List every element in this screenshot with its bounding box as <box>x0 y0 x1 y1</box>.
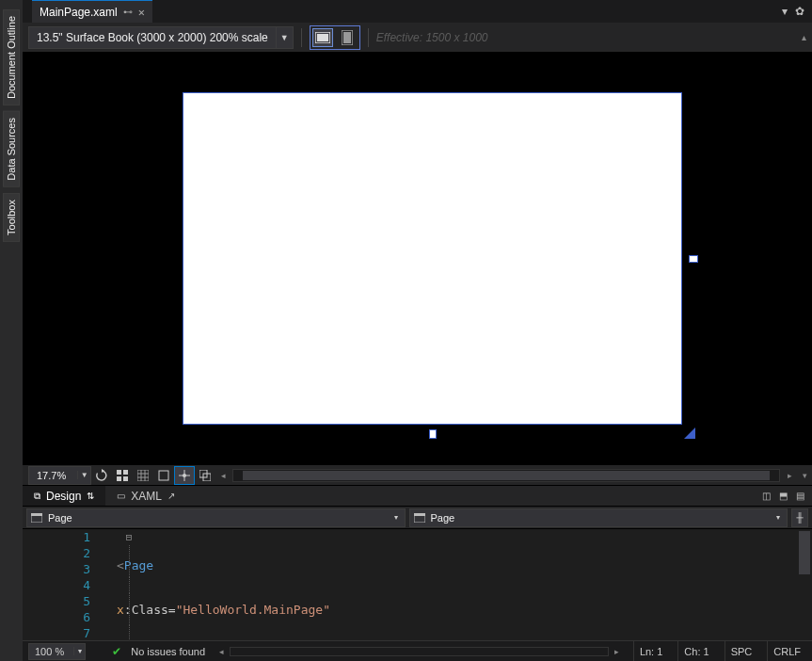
page-icon <box>412 511 427 524</box>
svg-rect-8 <box>137 470 149 481</box>
pin-icon[interactable]: ⊷ <box>123 7 133 17</box>
svg-rect-6 <box>117 476 121 481</box>
toolbox-tab[interactable]: Toolbox <box>3 193 20 242</box>
close-icon[interactable]: ✕ <box>138 6 145 19</box>
svg-rect-22 <box>414 513 425 516</box>
svg-rect-13 <box>159 471 168 480</box>
editor-vertical-scrollbar[interactable] <box>797 529 812 640</box>
code-content[interactable]: <Page x:Class="HelloWorld.MainPage" xmln… <box>117 529 812 640</box>
file-tab-strip: MainPage.xaml ⊷ ✕ ▾ ✿ <box>23 0 812 23</box>
design-pane-tab[interactable]: ⧉ Design ⇅ <box>23 486 105 506</box>
crumb-right-text: Page <box>427 512 772 524</box>
data-sources-tab[interactable]: Data Sources <box>3 111 20 187</box>
window-dropdown-icon[interactable]: ▾ <box>782 5 788 18</box>
designer-toolbar: 13.5" Surface Book (3000 x 2000) 200% sc… <box>23 23 812 53</box>
scroll-down-icon[interactable]: ▾ <box>797 471 812 480</box>
scrollbar-thumb[interactable] <box>243 471 770 480</box>
editor-horizontal-scrollbar[interactable]: ◂ ▸ <box>215 646 624 657</box>
scroll-left-icon[interactable]: ◂ <box>215 647 228 656</box>
horizontal-split-icon[interactable]: ⬒ <box>774 488 791 505</box>
fold-column: ⊟ <box>122 529 135 640</box>
device-dropdown[interactable]: 13.5" Surface Book (3000 x 2000) 200% sc… <box>28 26 294 49</box>
snap-grid-icon[interactable] <box>133 466 153 485</box>
scroll-up-icon[interactable]: ▴ <box>802 32 806 42</box>
refresh-icon[interactable] <box>91 466 112 485</box>
crumb-left-text: Page <box>44 512 390 524</box>
editor-zoom-dropdown[interactable]: 100 % ▾ <box>28 643 86 660</box>
artboard-toggle-icon[interactable] <box>195 466 215 485</box>
resize-handle-southeast[interactable] <box>684 427 695 439</box>
design-label: Design <box>46 490 81 503</box>
column-indicator[interactable]: Ch: 1 <box>677 641 714 661</box>
line-number: 4 <box>23 577 90 593</box>
scrollbar-track[interactable] <box>230 647 609 656</box>
line-number: 1 <box>23 529 90 545</box>
svg-rect-5 <box>123 470 128 475</box>
snap-lines-icon[interactable] <box>174 466 195 485</box>
designer-splitter-bar: ⧉ Design ⇅ ▭ XAML ↗ ◫ ⬒ ▤ <box>23 485 812 507</box>
scroll-left-icon[interactable]: ◂ <box>215 471 231 480</box>
chevron-down-icon[interactable]: ▼ <box>77 471 90 479</box>
editor-zoom-value: 100 % <box>29 646 73 657</box>
effective-resolution-label: Effective: 1500 x 1000 <box>376 31 488 44</box>
issues-label[interactable]: No issues found <box>131 646 205 657</box>
chevron-down-icon[interactable]: ▾ <box>772 513 785 522</box>
horizontal-scrollbar[interactable] <box>232 469 780 482</box>
landscape-button[interactable] <box>312 28 333 47</box>
design-footer-toolbar: 17.7% ▼ ◂ ▸ ▾ <box>23 464 812 485</box>
line-indicator[interactable]: Ln: 1 <box>633 641 668 661</box>
line-number: 5 <box>23 593 90 609</box>
crumb-right[interactable]: Page ▾ <box>409 508 788 527</box>
resize-handle-south[interactable] <box>429 429 437 439</box>
gear-icon[interactable]: ✿ <box>795 5 804 18</box>
resize-handle-east[interactable] <box>689 255 698 263</box>
file-tab-mainpage[interactable]: MainPage.xaml ⊷ ✕ <box>32 0 152 23</box>
split-editor-icon[interactable]: ╫ <box>791 508 808 527</box>
popout-icon[interactable]: ↗ <box>167 491 175 501</box>
svg-point-16 <box>183 474 186 477</box>
line-number-gutter: 1 2 3 4 5 6 7 <box>23 529 117 640</box>
zoom-value: 17.7% <box>29 470 77 481</box>
svg-rect-20 <box>31 513 42 516</box>
xaml-icon: ▭ <box>117 491 125 501</box>
collapse-pane-icon[interactable]: ▤ <box>791 488 808 505</box>
scrollbar-thumb[interactable] <box>799 531 810 574</box>
code-editor[interactable]: 1 2 3 4 5 6 7 ⊟ <Page x:Class="HelloWorl… <box>23 529 812 640</box>
page-icon <box>29 511 44 524</box>
fold-toggle-icon[interactable]: ⊟ <box>122 529 135 545</box>
artboard-page[interactable] <box>183 92 682 425</box>
design-icon: ⧉ <box>34 491 40 502</box>
file-tab-title: MainPage.xaml <box>40 6 118 19</box>
chevron-down-icon[interactable]: ▾ <box>390 513 403 522</box>
xaml-crumb-bar: Page ▾ Page ▾ ╫ <box>23 507 812 529</box>
scroll-right-icon[interactable]: ▸ <box>611 647 624 656</box>
svg-rect-7 <box>123 476 128 481</box>
indent-indicator[interactable]: SPC <box>724 641 758 661</box>
chevron-down-icon[interactable]: ▼ <box>276 27 293 48</box>
left-tool-rail: Document Outline Data Sources Toolbox <box>0 0 23 661</box>
eol-indicator[interactable]: CRLF <box>767 641 806 661</box>
line-number: 3 <box>23 561 90 577</box>
zoom-dropdown[interactable]: 17.7% ▼ <box>28 466 91 485</box>
line-number: 7 <box>23 625 90 640</box>
document-outline-tab[interactable]: Document Outline <box>3 9 20 105</box>
orientation-group <box>310 25 360 50</box>
crumb-left[interactable]: Page ▾ <box>26 508 406 527</box>
scroll-right-icon[interactable]: ▸ <box>782 471 797 480</box>
svg-rect-4 <box>117 470 121 475</box>
vertical-split-icon[interactable]: ◫ <box>757 488 774 505</box>
svg-rect-1 <box>317 34 328 41</box>
design-canvas[interactable] <box>23 53 812 464</box>
svg-rect-3 <box>343 32 351 43</box>
separator <box>301 28 302 47</box>
xaml-label: XAML <box>131 490 162 503</box>
grid-icon[interactable] <box>112 466 133 485</box>
effects-icon[interactable] <box>153 466 174 485</box>
chevron-down-icon[interactable]: ▾ <box>73 647 85 655</box>
xaml-pane-tab[interactable]: ▭ XAML ↗ <box>105 486 186 506</box>
swap-panes-icon[interactable]: ⇅ <box>87 491 94 501</box>
portrait-button[interactable] <box>337 28 358 47</box>
line-number: 2 <box>23 545 90 561</box>
line-number: 6 <box>23 609 90 625</box>
status-bar: 100 % ▾ ✔ No issues found ◂ ▸ Ln: 1 Ch: … <box>23 640 812 661</box>
